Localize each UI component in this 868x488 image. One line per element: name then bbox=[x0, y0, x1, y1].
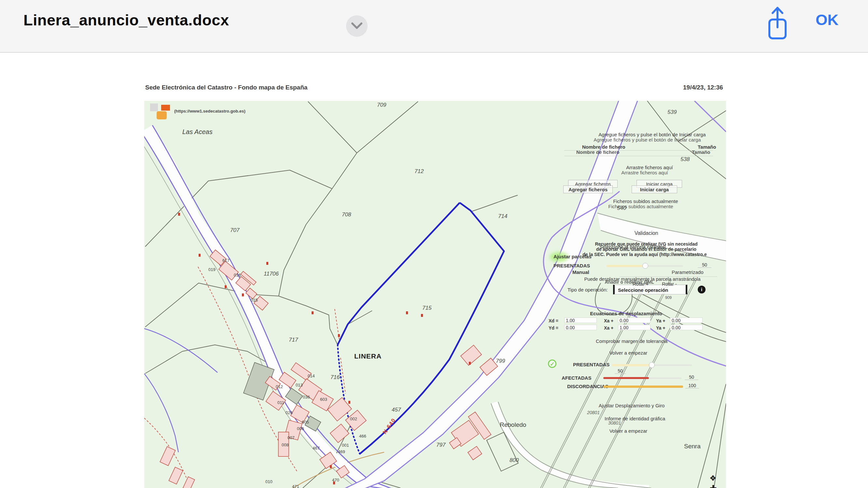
operation-type-label: Tipo de operación: bbox=[567, 287, 608, 292]
parcel-number: 709 bbox=[377, 102, 386, 108]
restart-link[interactable]: Volver a empezar bbox=[610, 350, 648, 356]
place-linera: LINERA bbox=[354, 352, 381, 360]
dropzone-label[interactable]: Arrastre ficheros aquí bbox=[626, 165, 673, 170]
presented-slider-fill bbox=[607, 265, 645, 267]
place-senra: Senra bbox=[684, 443, 701, 450]
red-marker bbox=[338, 334, 340, 337]
red-marker bbox=[330, 465, 332, 468]
parcel-number: 538 bbox=[680, 156, 690, 162]
red-marker bbox=[406, 311, 408, 314]
eq-input[interactable]: 1.00 bbox=[564, 318, 597, 323]
red-marker bbox=[333, 482, 335, 484]
cadastral-map: (https://www1.sedecatastro.gob.es) Las A… bbox=[144, 101, 726, 488]
place-las-aceas: Las Aceas bbox=[182, 128, 213, 135]
document-filename: Linera_anuncio_venta.docx bbox=[24, 11, 229, 29]
eq-input[interactable]: 0.00 bbox=[618, 318, 651, 323]
eq-input[interactable]: 0.00 bbox=[670, 325, 703, 330]
presented-slider-thumb[interactable] bbox=[642, 263, 648, 269]
red-marker bbox=[266, 262, 268, 265]
parcel-number: 800 bbox=[509, 457, 519, 463]
rotate-plus-option[interactable]: Rotar + bbox=[632, 281, 649, 287]
equations-title: Ecuaciones de desplazamiento bbox=[590, 311, 662, 316]
building-number: 605 bbox=[302, 420, 309, 425]
discordances-bar bbox=[603, 386, 683, 388]
eq-label: Ya + bbox=[656, 325, 665, 330]
chevron-down-icon bbox=[351, 23, 362, 30]
building-number: 012 bbox=[276, 384, 283, 389]
size-column-header: Tamaño bbox=[698, 144, 716, 150]
parcel-number: 11706 bbox=[264, 271, 279, 277]
adjust-displacement-link[interactable]: Ajustar Desplazamiento y Giro bbox=[599, 403, 665, 408]
table-divider bbox=[564, 150, 713, 151]
building-number: 002 bbox=[350, 416, 357, 421]
eq-label: Ya + bbox=[656, 318, 665, 323]
building-number: 007 bbox=[287, 435, 294, 440]
building-number: 011 bbox=[277, 400, 284, 405]
pan-icon[interactable]: ❖ bbox=[709, 474, 717, 483]
operation-selected: Seleccione operación bbox=[618, 287, 668, 293]
validation-title: Validacion bbox=[634, 230, 658, 236]
building-number: 026 bbox=[285, 410, 293, 415]
red-marker bbox=[225, 285, 227, 288]
building-number: 006 bbox=[297, 426, 304, 431]
ok-button[interactable]: OK bbox=[815, 11, 839, 29]
check-tolerance-link[interactable]: Comprobar margen de tolerancia bbox=[596, 338, 668, 344]
red-marker bbox=[242, 293, 244, 296]
building-number: 013 bbox=[296, 383, 303, 388]
parcel-number: 457 bbox=[392, 407, 401, 413]
parcel-num-30801: 30801 bbox=[608, 420, 621, 426]
eq-input[interactable]: 1.00 bbox=[618, 325, 651, 330]
source-url-label: (https://www1.sedecatastro.gob.es) bbox=[174, 109, 246, 113]
share-button[interactable] bbox=[767, 6, 788, 41]
building-number: 603 bbox=[320, 397, 327, 402]
sede-catastro-logo bbox=[150, 103, 170, 120]
eq-label: Xa + bbox=[604, 318, 613, 323]
rotate-minus-option[interactable]: Rotar - bbox=[662, 281, 677, 287]
road-label-n640: N 640 bbox=[381, 417, 397, 435]
screen: Linera_anuncio_venta.docx OK Sede Electr… bbox=[0, 0, 868, 488]
add-files-button-ghost: Agregar ficheros bbox=[563, 186, 613, 193]
parametrized-option[interactable]: Parametrizado bbox=[672, 269, 704, 275]
operation-number: 909 bbox=[665, 295, 672, 300]
eq-label: Xd = bbox=[549, 318, 558, 323]
parcel-number: 539 bbox=[668, 109, 677, 115]
building-number: 467 bbox=[313, 446, 320, 451]
share-icon bbox=[767, 6, 788, 41]
upload-instruction: Agregue ficheros y pulse el botón de Ini… bbox=[598, 132, 706, 137]
red-marker bbox=[469, 362, 471, 365]
building-number: 001 bbox=[342, 443, 349, 448]
affected-label: AFECTADAS bbox=[562, 375, 591, 381]
parcel-number: 799 bbox=[496, 358, 505, 364]
filename-dropdown-button[interactable] bbox=[346, 15, 368, 37]
red-marker bbox=[421, 314, 423, 317]
red-marker bbox=[348, 401, 350, 404]
parcel-number: 714 bbox=[498, 213, 507, 219]
uploaded-files-label: Ficheros subidos actualmente bbox=[613, 198, 678, 204]
eq-label: Xa + bbox=[604, 325, 613, 330]
parcel-number: 708 bbox=[342, 212, 351, 218]
building-number: 014 bbox=[308, 373, 315, 378]
move-icon[interactable]: ✚ bbox=[710, 483, 717, 488]
building-number: 016 bbox=[234, 273, 241, 278]
table-divider bbox=[564, 156, 713, 156]
presented-value[interactable]: 50 bbox=[698, 262, 711, 268]
red-marker bbox=[198, 254, 200, 257]
building-number: 466 bbox=[359, 434, 366, 438]
parcel-number: 540 bbox=[617, 205, 626, 211]
check-icon: ✓ bbox=[548, 359, 556, 368]
presented2-label: PRESENTADAS bbox=[573, 362, 610, 367]
info-icon[interactable]: i bbox=[698, 286, 706, 293]
red-marker bbox=[312, 311, 313, 314]
eq-input[interactable]: 0.00 bbox=[564, 325, 597, 330]
start-upload-button-ghost: Iniciar carga bbox=[632, 186, 677, 193]
parcel-number: 717 bbox=[289, 337, 298, 343]
eq-input[interactable]: 0.00 bbox=[670, 318, 703, 323]
restart-link-2[interactable]: Volver a empezar bbox=[610, 428, 648, 434]
adjust-parcels-label: Ajustar parcelas bbox=[554, 254, 592, 259]
manual-option[interactable]: Manual bbox=[572, 269, 589, 275]
presented2-thumb[interactable] bbox=[649, 362, 655, 368]
place-reboledo: Reboledo bbox=[500, 421, 526, 428]
operation-select[interactable]: Seleccione operación Rotar + Rotar - bbox=[613, 285, 687, 294]
purple-corner-line bbox=[694, 101, 726, 132]
parcel-number: 715 bbox=[422, 305, 432, 311]
